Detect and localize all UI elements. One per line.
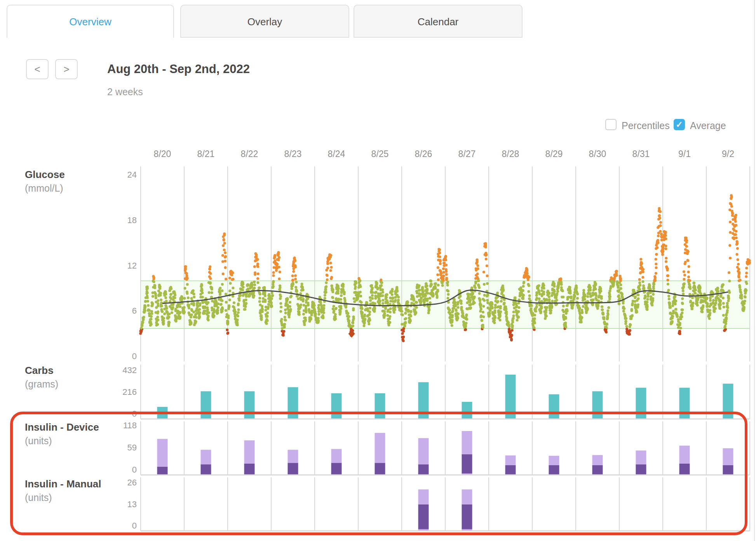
charts-canvas [0,0,756,541]
diabetes-overview-page: Overview Overlay Calendar < > Aug 20th -… [0,0,756,541]
tab-overview[interactable]: Overview [7,5,174,38]
